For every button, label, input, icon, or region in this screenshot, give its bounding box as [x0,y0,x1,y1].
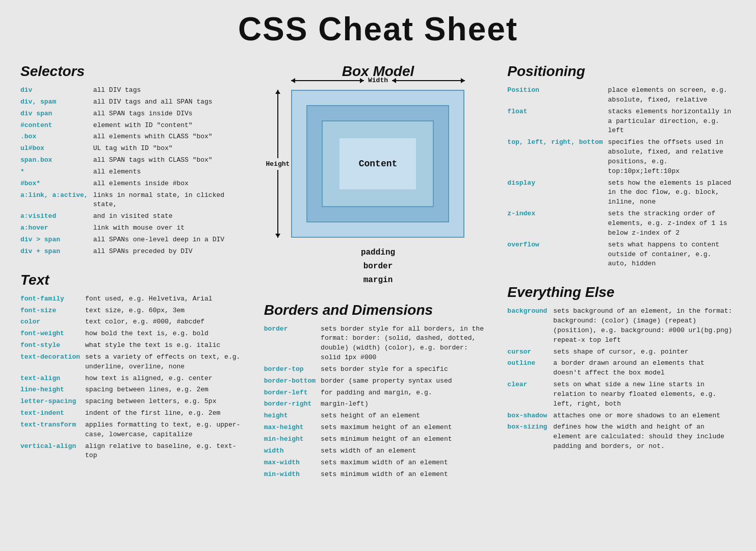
table-row: floatstacks elements horizontally in a p… [507,106,736,137]
prop-name: box-shadow [507,410,553,422]
prop-name: max-height [264,422,321,434]
prop-desc: link with mouse over it [93,222,249,234]
prop-name: .box [20,131,93,143]
prop-desc: sets border style for all borders, in th… [321,323,492,364]
table-row: max-widthsets maximum width of an elemen… [264,457,492,469]
prop-name: text-indent [20,408,85,419]
positioning-table: Positionplace elements on screen, e.g. a… [507,85,736,270]
table-row: span.boxall SPAN tags with CLASS "box" [20,155,249,166]
prop-name: min-height [264,434,321,445]
box-model-section: Box Model Width Height [264,63,492,494]
prop-desc: sets border style for a specific [321,364,492,375]
prop-desc: sets the stracking order of elements, e.… [608,208,736,239]
prop-desc: sets on what side a new line starts in r… [553,379,736,410]
table-row: font-stylewhat style the text is e.g. it… [20,340,249,352]
table-row: max-heightsets maximum height of an elem… [264,422,492,434]
table-row: widthsets width of an element [264,445,492,457]
selectors-section: Selectors divall DIV tagsdiv, spamall DI… [20,63,249,494]
prop-desc: sets how the elements is placed in the d… [608,178,736,209]
table-row: text-decorationsets a variety of effects… [20,352,249,373]
prop-name: font-family [20,293,85,305]
everything-else-table: backgroundsets background of an element,… [507,306,736,453]
prop-desc: all elements [93,166,249,178]
prop-name: color [20,316,85,328]
prop-desc: sets maximum height of an element [321,422,492,434]
table-row: text-alignhow text is aligned, e.g. cent… [20,373,249,385]
prop-name: border-bottom [264,375,321,387]
table-row: #contentelement with ID "content" [20,120,249,132]
prop-desc: all SPAN tags with CLASS "box" [93,155,249,166]
prop-desc: all SPANs one-level deep in a DIV [93,234,249,246]
prop-name: cursor [507,346,553,358]
height-arrow: Height [266,90,290,238]
prop-name: #box* [20,178,93,190]
bm-content: Content [340,138,416,189]
table-row: border-leftfor padding and margin, e.g. [264,387,492,399]
prop-name: min-width [264,469,321,481]
table-row: a:hoverlink with mouse over it [20,222,249,234]
prop-name: font-weight [20,328,85,340]
table-row: divall DIV tags [20,85,249,96]
prop-desc: element with ID "content" [93,120,249,132]
table-row: colortext color, e.g. #000, #abcdef [20,316,249,328]
prop-desc: specifies the offsets used in absolute, … [608,137,736,177]
bm-label: border [361,260,395,273]
prop-desc: margin-left) [321,398,492,410]
prop-desc: sets minimum height of an element [321,434,492,445]
prop-desc: sets minimum width of an element [321,469,492,481]
positioning-title: Positioning [507,63,736,80]
everything-else-title: Everything Else [507,284,736,300]
prop-name: box-sizing [507,421,553,453]
prop-name: span.box [20,155,93,166]
prop-desc: how text is aligned, e.g. center [85,373,249,385]
table-row: displaysets how the elements is placed i… [507,178,736,209]
prop-desc: defines how the width and height of an e… [553,421,736,453]
table-row: div + spanall SPANs preceded by DIV [20,246,249,258]
prop-desc: stacks elements horizontally in a partic… [608,106,736,137]
prop-desc: sets a variety of effects on text, e.g. … [85,352,249,373]
table-row: vertical-alignalign relative to baseline… [20,441,249,462]
prop-name: clear [507,379,553,410]
table-row: div spanall SPAN tags inside DIVs [20,108,249,120]
prop-desc: border (same property syntax used [321,375,492,387]
prop-name: float [507,106,608,137]
prop-name: div + span [20,246,93,258]
prop-desc: text color, e.g. #000, #abcdef [85,316,249,328]
page-title: CSS Cheat Sheet [20,10,736,48]
prop-name: max-width [264,457,321,469]
borders-title: Borders and Dimensions [264,302,492,318]
prop-desc: place elements on screen, e.g. absolute,… [608,85,736,106]
table-row: min-heightsets minimum height of an elem… [264,434,492,445]
prop-name: overflow [507,239,608,270]
table-row: min-widthsets minimum width of an elemen… [264,469,492,481]
prop-desc: applies formatting to text, e.g. upper-c… [85,419,249,441]
prop-desc: text size, e.g. 60px, 3em [85,305,249,317]
prop-name: width [264,445,321,457]
table-row: cursorsets shape of cursor, e.g. pointer [507,346,736,358]
prop-desc: all DIV tags [93,85,249,96]
prop-name: letter-spacing [20,396,85,408]
bm-label: margin [361,273,395,287]
prop-name: a:visited [20,211,93,222]
prop-name: border-top [264,364,321,375]
prop-desc: for padding and margin, e.g. [321,387,492,399]
prop-name: border [264,323,321,364]
right-column: Positioning Positionplace elements on sc… [507,63,736,494]
prop-name: text-decoration [20,352,85,373]
prop-desc: sets maximum width of an element [321,457,492,469]
table-row: bordersets border style for all borders,… [264,323,492,364]
table-row: overflowsets what happens to content out… [507,239,736,270]
prop-name: div [20,85,93,96]
table-row: ul#boxUL tag with ID "box" [20,143,249,155]
prop-name: font-size [20,305,85,317]
table-row: a:link, a:active,links in normal state, … [20,190,249,211]
prop-name: line-height [20,384,85,396]
table-row: div, spamall DIV tags and all SPAN tags [20,96,249,108]
table-row: backgroundsets background of an element,… [507,306,736,346]
prop-desc: links in normal state, in clicked state, [93,190,249,211]
prop-desc: font used, e.g. Helvetiva, Arial [85,293,249,305]
prop-name: #content [20,120,93,132]
prop-name: border-left [264,387,321,399]
prop-name: background [507,306,553,346]
prop-desc: sets width of an element [321,445,492,457]
